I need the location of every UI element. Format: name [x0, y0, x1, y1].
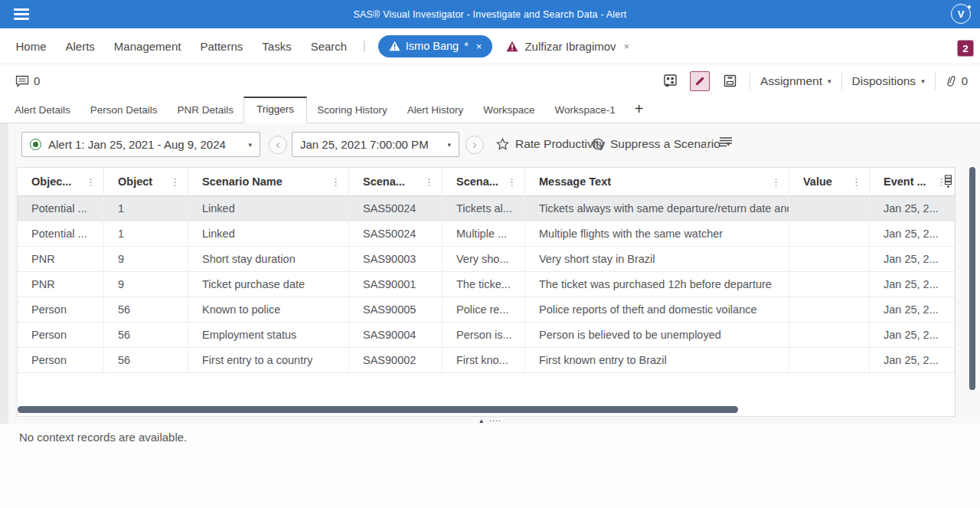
- table-cell[interactable]: Jan 25, 2...: [870, 221, 955, 246]
- table-cell[interactable]: SAS90005: [349, 297, 443, 322]
- column-menu-icon[interactable]: ⋮: [328, 176, 341, 188]
- table-cell[interactable]: PNR: [18, 247, 104, 271]
- column-chooser-icon[interactable]: [944, 175, 952, 188]
- table-cell[interactable]: 1: [104, 221, 188, 246]
- event-time-select[interactable]: Jan 25, 2021 7:00:00 PM ▾: [292, 132, 459, 157]
- table-cell[interactable]: Very sho...: [443, 247, 525, 271]
- assignment-menu[interactable]: Assignment ▾: [760, 74, 831, 88]
- column-menu-icon[interactable]: ⋮: [768, 176, 781, 188]
- attachments-button[interactable]: 0: [946, 74, 968, 87]
- table-cell[interactable]: The ticket was purchased 12h before depa…: [525, 272, 789, 297]
- nav-item-tasks[interactable]: Tasks: [253, 40, 301, 53]
- column-menu-icon[interactable]: ⋮: [83, 176, 96, 188]
- table-cell[interactable]: Linked: [188, 196, 349, 221]
- table-cell[interactable]: [789, 272, 870, 297]
- table-cell[interactable]: Police re...: [443, 297, 525, 322]
- table-cell[interactable]: SAS90003: [349, 247, 443, 271]
- comments-button[interactable]: 0: [15, 74, 40, 87]
- table-cell[interactable]: First entry to a country: [188, 348, 349, 372]
- table-cell[interactable]: SAS90002: [349, 348, 443, 372]
- table-cell[interactable]: [789, 323, 870, 347]
- table-cell[interactable]: PNR: [18, 272, 104, 297]
- nav-item-search[interactable]: Search: [301, 40, 357, 53]
- table-row[interactable]: Person56Employment statusSAS90004Person …: [18, 323, 955, 348]
- suppress-scenario-menu[interactable]: Suppress a Scenario ▾: [592, 133, 730, 156]
- column-header[interactable]: Message Text⋮: [525, 168, 789, 195]
- table-cell[interactable]: Employment status: [188, 323, 349, 347]
- table-cell[interactable]: Person: [18, 297, 104, 322]
- close-icon[interactable]: ×: [624, 41, 630, 52]
- table-cell[interactable]: Multiple flights with the same watcher: [525, 221, 789, 246]
- table-row[interactable]: Potential ...1LinkedSAS50024Tickets al..…: [18, 196, 955, 221]
- table-cell[interactable]: [789, 221, 870, 246]
- horizontal-scrollbar[interactable]: [18, 406, 738, 413]
- table-row[interactable]: PNR9Short stay durationSAS90003Very sho.…: [18, 247, 955, 272]
- table-cell[interactable]: 9: [104, 272, 188, 297]
- table-cell[interactable]: Jan 25, 2...: [870, 196, 955, 221]
- table-cell[interactable]: SAS50024: [349, 221, 443, 246]
- table-cell[interactable]: SAS50024: [349, 196, 443, 221]
- nav-item-management[interactable]: Management: [104, 40, 191, 53]
- table-cell[interactable]: Person: [18, 348, 104, 372]
- table-cell[interactable]: Short stay duration: [188, 247, 349, 271]
- alert-range-select[interactable]: Alert 1: Jan 25, 2021 - Aug 9, 2024 ▾: [21, 132, 260, 157]
- vertical-scrollbar[interactable]: [969, 167, 975, 390]
- table-row[interactable]: PNR9Ticket purchase dateSAS90001The tick…: [18, 272, 955, 297]
- insights-board-button[interactable]: [660, 71, 680, 91]
- hamburger-menu-icon[interactable]: [14, 8, 29, 20]
- table-cell[interactable]: Person: [18, 323, 104, 347]
- table-cell[interactable]: Jan 25, 2...: [870, 348, 955, 372]
- left-splitter[interactable]: [0, 123, 8, 424]
- entity-tab-ismo-bang[interactable]: Ismo Bang * ×: [378, 35, 493, 57]
- table-cell[interactable]: Potential ...: [18, 196, 104, 221]
- table-cell[interactable]: 9: [104, 247, 188, 271]
- nav-item-home[interactable]: Home: [6, 40, 56, 53]
- nav-item-alerts[interactable]: Alerts: [56, 40, 104, 53]
- table-cell[interactable]: Person is...: [443, 323, 525, 347]
- column-header[interactable]: Objec...⋮: [18, 168, 104, 195]
- tab-workspace[interactable]: Workspace: [473, 98, 544, 123]
- table-cell[interactable]: 56: [104, 323, 188, 347]
- add-tab-button[interactable]: +: [626, 99, 653, 123]
- tab-workspace-1[interactable]: Workspace-1: [544, 98, 625, 123]
- column-menu-icon[interactable]: ⋮: [848, 176, 861, 188]
- table-cell[interactable]: Police reports of theft and domestic voi…: [525, 297, 789, 322]
- table-cell[interactable]: Jan 25, 2...: [870, 323, 955, 347]
- tab-alert-history[interactable]: Alert History: [397, 98, 474, 123]
- notification-count-badge[interactable]: 2: [957, 40, 974, 57]
- tab-scoring-history[interactable]: Scoring History: [307, 98, 397, 123]
- table-cell[interactable]: Jan 25, 2...: [870, 247, 955, 271]
- table-row[interactable]: Person56First entry to a countrySAS90002…: [18, 348, 955, 373]
- entity-tab-zulfizar-ibragimov[interactable]: Zulfizar Ibragimov ×: [506, 40, 629, 53]
- table-cell[interactable]: Multiple ...: [443, 221, 525, 246]
- table-cell[interactable]: Person is believed to be unemployed: [525, 323, 789, 347]
- table-cell[interactable]: [789, 297, 870, 322]
- table-row[interactable]: Person56Known to policeSAS90005Police re…: [18, 297, 955, 323]
- table-cell[interactable]: Ticket purchase date: [188, 272, 349, 297]
- save-view-button[interactable]: [720, 71, 740, 91]
- table-cell[interactable]: Known to police: [188, 297, 349, 322]
- column-header[interactable]: Value⋮: [789, 168, 870, 195]
- row-details-button[interactable]: [718, 136, 733, 148]
- table-cell[interactable]: Tickets always with same departure/retur…: [525, 196, 789, 221]
- close-icon[interactable]: ×: [476, 41, 482, 52]
- tab-alert-details[interactable]: Alert Details: [5, 98, 80, 123]
- column-header[interactable]: Scenario Name⋮: [188, 168, 349, 195]
- table-cell[interactable]: Linked: [188, 221, 349, 246]
- column-header[interactable]: Scena...⋮: [349, 168, 443, 195]
- table-cell[interactable]: Potential ...: [18, 221, 104, 246]
- column-header[interactable]: Event ...⋮: [870, 168, 955, 195]
- table-cell[interactable]: Jan 25, 2...: [870, 297, 955, 322]
- table-cell[interactable]: Very short stay in Brazil: [525, 247, 789, 271]
- previous-event-button[interactable]: ‹: [269, 136, 287, 154]
- column-header[interactable]: Scena...⋮: [443, 168, 525, 195]
- dispositions-menu[interactable]: Dispositions ▾: [852, 74, 925, 88]
- table-cell[interactable]: [789, 247, 870, 271]
- table-cell[interactable]: The ticke...: [443, 272, 525, 297]
- table-row[interactable]: Potential ...1LinkedSAS50024Multiple ...…: [18, 221, 955, 247]
- column-menu-icon[interactable]: ⋮: [504, 176, 517, 188]
- rate-productivity-button[interactable]: Rate Productivity: [496, 133, 605, 156]
- column-menu-icon[interactable]: ⋮: [421, 176, 434, 188]
- column-menu-icon[interactable]: ⋮: [167, 176, 180, 188]
- annotate-button[interactable]: [690, 71, 710, 91]
